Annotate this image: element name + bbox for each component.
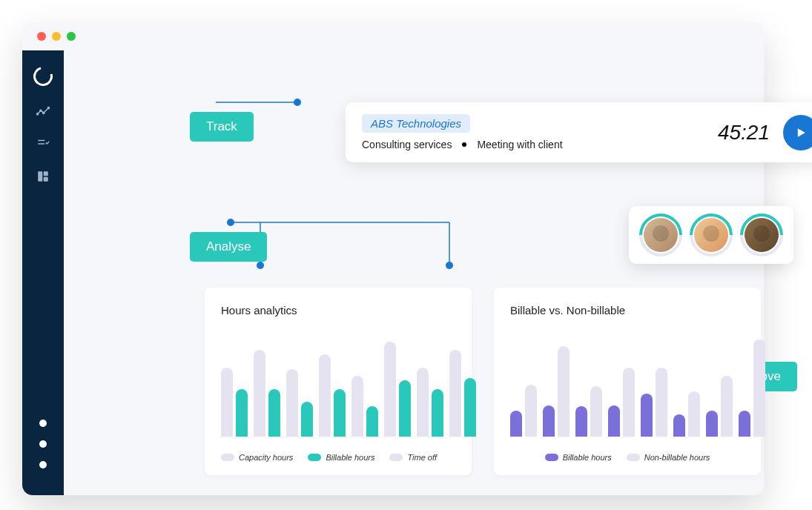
svg-rect-8 [44,177,48,182]
avatar[interactable] [639,213,682,256]
timer-card: ABS Technologies Consulting services Mee… [346,102,812,162]
hours-chart [221,333,455,437]
chart-title: Billable vs. Non-billable [510,304,745,317]
svg-point-16 [446,262,453,269]
dot-separator-icon [462,142,466,147]
svg-point-0 [36,113,38,115]
task-label: Meeting with client [477,139,562,150]
avatar[interactable] [690,213,733,256]
svg-point-14 [257,262,264,269]
svg-rect-6 [38,171,42,182]
legend-label: Billable hours [563,453,612,462]
legend-label: Time off [407,453,437,462]
svg-marker-19 [798,128,805,137]
legend-label: Billable hours [326,453,374,462]
elapsed-time: 45:21 [718,121,770,145]
close-icon[interactable] [37,32,46,41]
analyse-tag: Analyse [190,232,267,262]
billable-card: Billable vs. Non-billable Billable hours… [494,288,761,475]
svg-point-3 [47,107,49,108]
dashboard-icon[interactable] [36,169,50,184]
tasks-icon[interactable] [36,136,50,151]
client-badge: ABS Technologies [362,114,470,133]
minimize-icon[interactable] [52,32,61,41]
chart-title: Hours analytics [221,304,455,317]
legend-label: Non-billable hours [644,453,710,462]
svg-point-1 [40,110,42,111]
avatar[interactable] [740,213,783,256]
svg-point-2 [43,112,44,113]
analytics-icon[interactable] [36,104,50,119]
svg-rect-7 [44,171,48,176]
hours-analytics-card: Hours analytics Capacity hours Billable … [205,288,472,475]
svg-point-10 [294,99,301,106]
logo-icon [30,63,56,90]
play-button[interactable] [783,115,812,150]
maximize-icon[interactable] [67,32,76,41]
main-content: Track Analyse Improve ABS Technologies C… [64,50,764,495]
app-window: Track Analyse Improve ABS Technologies C… [22,22,764,495]
svg-point-12 [227,219,234,226]
service-label: Consulting services [362,139,452,150]
play-icon [793,125,808,140]
window-controls [22,22,764,50]
sidebar-more[interactable] [39,420,47,495]
sidebar [22,50,64,495]
legend-label: Capacity hours [239,453,293,462]
track-tag: Track [190,112,254,142]
team-avatars [629,206,793,264]
billable-chart [510,333,745,437]
